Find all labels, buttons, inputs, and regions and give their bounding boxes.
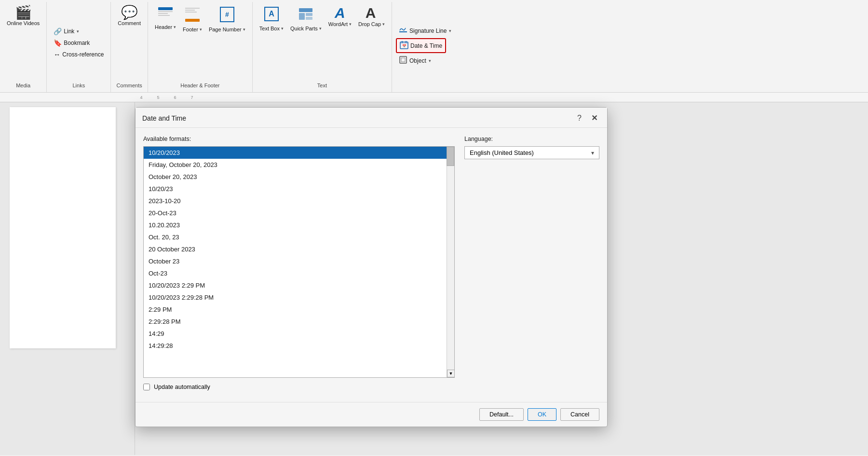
format-item[interactable]: 10/20/2023 bbox=[144, 147, 447, 159]
language-dropdown-arrow: ▾ bbox=[591, 150, 594, 156]
header-label: Header ▾ bbox=[155, 24, 176, 30]
text-box-button[interactable]: A Text Box ▾ bbox=[257, 4, 286, 34]
page-number-dropdown-arrow: ▾ bbox=[243, 27, 245, 32]
header-footer-items: Header ▾ Footer bbox=[152, 4, 248, 82]
format-item[interactable]: 10/20/23 bbox=[144, 183, 447, 195]
header-icon bbox=[157, 6, 174, 23]
update-auto-row: Update automatically bbox=[143, 384, 455, 390]
format-item[interactable]: 20 October 2023 bbox=[144, 243, 447, 255]
object-icon bbox=[399, 55, 407, 66]
footer-button[interactable]: Footer ▾ bbox=[180, 4, 205, 35]
sig-svg bbox=[399, 26, 407, 34]
language-value: English (United States) bbox=[470, 149, 534, 156]
svg-rect-22 bbox=[400, 56, 407, 63]
wordart-dropdown-arrow: ▾ bbox=[349, 22, 352, 27]
svg-rect-23 bbox=[401, 58, 405, 62]
dialog-left: Available formats: 10/20/2023Friday, Oct… bbox=[143, 136, 455, 394]
date-time-dialog: Date and Time ? ✕ Available formats: 10/… bbox=[135, 107, 608, 427]
drop-cap-button[interactable]: A Drop Cap ▾ bbox=[355, 4, 388, 29]
signature-line-icon bbox=[399, 26, 407, 36]
default-button[interactable]: Default... bbox=[479, 408, 524, 421]
text-box-dropdown-arrow: ▾ bbox=[281, 26, 284, 31]
quick-parts-svg bbox=[298, 6, 314, 22]
format-item[interactable]: Friday, October 20, 2023 bbox=[144, 159, 447, 171]
footer-label: Footer ▾ bbox=[183, 27, 202, 33]
bookmark-icon: 🔖 bbox=[54, 39, 62, 47]
scrollbar-track[interactable]: ▲ ▼ bbox=[447, 147, 454, 377]
page-number-label: Page Number ▾ bbox=[209, 27, 245, 33]
format-item[interactable]: 10/20/2023 2:29 PM bbox=[144, 279, 447, 291]
ribbon-toolbar: 🎬 Online Videos Media 🔗 Link ▾ 🔖 Bookmar… bbox=[0, 0, 868, 92]
cross-reference-button[interactable]: ↔ Cross-reference bbox=[51, 49, 107, 60]
quick-parts-button[interactable]: Quick Parts ▾ bbox=[287, 4, 325, 34]
online-videos-button[interactable]: 🎬 Online Videos bbox=[4, 4, 42, 28]
footer-svg bbox=[184, 6, 201, 23]
ok-button[interactable]: OK bbox=[528, 408, 556, 421]
signature-line-label: Signature Line bbox=[409, 28, 447, 34]
format-item[interactable]: 2:29:28 PM bbox=[144, 316, 447, 328]
object-svg bbox=[399, 55, 407, 64]
format-item[interactable]: 14:29:28 bbox=[144, 340, 447, 352]
svg-text:📅: 📅 bbox=[402, 44, 407, 48]
comments-group-label: Comments bbox=[117, 82, 142, 90]
date-time-button[interactable]: 📅 Date & Time bbox=[396, 38, 446, 53]
svg-rect-12 bbox=[299, 8, 312, 12]
document-page-white bbox=[10, 107, 116, 348]
header-button[interactable]: Header ▾ bbox=[152, 4, 179, 32]
bookmark-button[interactable]: 🔖 Bookmark bbox=[51, 38, 93, 48]
dialog-right: Language: English (United States) ▾ bbox=[464, 136, 599, 394]
format-item[interactable]: 2:29 PM bbox=[144, 304, 447, 316]
ribbon-group-insert-special: Signature Line ▾ 📅 Date & Time bbox=[392, 2, 458, 92]
drop-cap-dropdown-arrow: ▾ bbox=[382, 22, 385, 27]
media-group-label: Media bbox=[16, 82, 30, 90]
format-item[interactable]: 2023-10-20 bbox=[144, 195, 447, 207]
cancel-button[interactable]: Cancel bbox=[560, 408, 599, 421]
format-item[interactable]: 20-Oct-23 bbox=[144, 207, 447, 219]
ruler-5: 5 bbox=[157, 95, 160, 100]
media-items: 🎬 Online Videos bbox=[4, 4, 42, 82]
dialog-help-button[interactable]: ? bbox=[574, 113, 584, 124]
text-box-icon: A bbox=[263, 6, 280, 25]
format-item[interactable]: October 20, 2023 bbox=[144, 171, 447, 183]
svg-rect-15 bbox=[306, 17, 312, 20]
format-item[interactable]: Oct. 20, 23 bbox=[144, 231, 447, 243]
format-item[interactable]: 10/20/2023 2:29:28 PM bbox=[144, 291, 447, 304]
format-item[interactable]: 14:29 bbox=[144, 328, 447, 340]
link-label: Link bbox=[64, 28, 74, 35]
svg-rect-13 bbox=[299, 13, 305, 20]
page-number-svg: # bbox=[218, 6, 236, 23]
language-dropdown[interactable]: English (United States) ▾ bbox=[464, 146, 599, 159]
signature-line-button[interactable]: Signature Line ▾ bbox=[396, 24, 454, 37]
svg-rect-16 bbox=[399, 31, 407, 32]
object-button[interactable]: Object ▾ bbox=[396, 54, 434, 67]
link-button[interactable]: 🔗 Link ▾ bbox=[51, 26, 82, 37]
svg-rect-2 bbox=[158, 13, 168, 14]
format-item[interactable]: 10.20.2023 bbox=[144, 219, 447, 231]
formats-list[interactable]: 10/20/2023Friday, October 20, 2023Octobe… bbox=[143, 146, 455, 378]
quick-parts-icon bbox=[298, 6, 314, 25]
format-item[interactable]: October 23 bbox=[144, 255, 447, 267]
comment-button[interactable]: 💬 Comment bbox=[115, 4, 144, 28]
signature-line-dropdown-arrow: ▾ bbox=[449, 28, 451, 33]
ruler-marks: 4 5 6 7 bbox=[120, 95, 193, 100]
update-auto-checkbox[interactable] bbox=[143, 384, 150, 390]
comments-items: 💬 Comment bbox=[115, 4, 144, 82]
bookmark-label: Bookmark bbox=[64, 40, 90, 46]
datetime-svg: 📅 bbox=[400, 41, 408, 49]
scrollbar-thumb[interactable] bbox=[447, 147, 454, 166]
svg-rect-6 bbox=[185, 12, 197, 13]
update-auto-label: Update automatically bbox=[154, 384, 210, 390]
wordart-label: WordArt ▾ bbox=[328, 21, 352, 28]
scrollbar-arrow-down[interactable]: ▼ bbox=[447, 370, 455, 377]
format-item[interactable]: Oct-23 bbox=[144, 267, 447, 279]
dialog-controls: ? ✕ bbox=[574, 112, 600, 124]
wordart-button[interactable]: A WordArt ▾ bbox=[326, 4, 354, 29]
drop-cap-icon: A bbox=[366, 6, 378, 20]
ruler: 4 5 6 7 bbox=[0, 93, 868, 102]
left-document-partial bbox=[0, 102, 135, 455]
ribbon: 🎬 Online Videos Media 🔗 Link ▾ 🔖 Bookmar… bbox=[0, 0, 868, 93]
footer-dropdown-arrow: ▾ bbox=[200, 27, 202, 32]
dialog-close-button[interactable]: ✕ bbox=[588, 112, 600, 124]
date-time-icon: 📅 bbox=[400, 41, 408, 51]
page-number-button[interactable]: # Page Number ▾ bbox=[206, 4, 248, 35]
